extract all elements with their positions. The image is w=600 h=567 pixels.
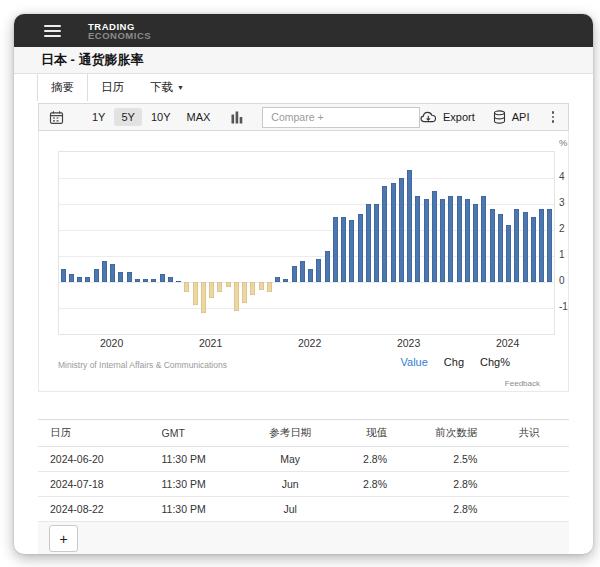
bar-2020-02[interactable] <box>118 272 123 282</box>
bar-2021-09[interactable] <box>275 277 280 282</box>
tab-summary[interactable]: 摘要 <box>37 74 88 101</box>
bar-2023-09[interactable] <box>473 204 478 282</box>
table-cell: 2.8% <box>399 497 489 522</box>
chart-link-chg[interactable]: Chg <box>444 356 464 368</box>
chart-link-value[interactable]: Value <box>401 356 428 368</box>
bar-2022-02[interactable] <box>316 259 321 282</box>
chart-plot-area[interactable] <box>58 151 555 335</box>
bar-2021-01[interactable] <box>209 282 214 298</box>
bar-2023-10[interactable] <box>481 196 486 282</box>
bar-2019-07[interactable] <box>61 269 66 282</box>
add-row-button[interactable]: + <box>49 525 78 552</box>
table-cell: 2.8% <box>330 447 399 472</box>
bar-2021-07[interactable] <box>259 282 264 290</box>
bar-2019-11[interactable] <box>94 269 99 282</box>
bar-2023-07[interactable] <box>457 196 462 282</box>
chart-link-chgpct[interactable]: Chg% <box>480 356 510 368</box>
bar-2021-10[interactable] <box>283 279 288 282</box>
bar-2021-04[interactable] <box>234 282 239 311</box>
chart-toolbar: 1Y5Y10YMAX Export <box>38 103 569 131</box>
table-cell <box>330 497 399 522</box>
range-button-5y[interactable]: 5Y <box>114 108 141 126</box>
bar-2022-08[interactable] <box>366 204 371 282</box>
bar-2022-05[interactable] <box>341 217 346 282</box>
range-button-1y[interactable]: 1Y <box>85 108 112 126</box>
gridline-2 <box>59 230 554 231</box>
tab-calendar[interactable]: 日历 <box>88 74 137 101</box>
bar-2021-06[interactable] <box>250 282 255 295</box>
bar-2021-11[interactable] <box>292 266 297 282</box>
table-row[interactable]: 2024-08-2211:30 PMJul2.8% <box>38 497 569 522</box>
trading-economics-logo[interactable]: TRADING ECONOMICS <box>88 22 151 40</box>
api-button[interactable]: API <box>493 110 530 124</box>
gridline--1 <box>59 308 554 309</box>
bar-2022-01[interactable] <box>308 269 313 282</box>
table-header-2: 参考日期 <box>250 420 330 447</box>
bar-2023-04[interactable] <box>432 191 437 282</box>
bar-2019-10[interactable] <box>85 277 90 282</box>
bar-2024-03[interactable] <box>523 212 528 282</box>
compare-input[interactable] <box>262 107 420 128</box>
bar-2020-11[interactable] <box>193 282 198 305</box>
bar-2024-06[interactable] <box>547 209 552 282</box>
bar-2020-07[interactable] <box>160 274 165 282</box>
bar-2021-08[interactable] <box>267 282 272 292</box>
calendar-icon[interactable] <box>49 110 64 125</box>
table-cell: 2024-07-18 <box>38 472 150 497</box>
table-cell: Jun <box>250 472 330 497</box>
bar-2021-05[interactable] <box>242 282 247 303</box>
bar-2023-02[interactable] <box>415 196 420 282</box>
table-header-0: 日历 <box>38 420 150 447</box>
bar-2020-06[interactable] <box>151 279 156 282</box>
bar-2019-08[interactable] <box>69 274 74 282</box>
range-buttons: 1Y5Y10YMAX <box>84 108 218 126</box>
bar-2024-04[interactable] <box>531 217 536 282</box>
bar-2020-03[interactable] <box>127 272 132 282</box>
bar-2020-08[interactable] <box>168 277 173 282</box>
bar-2021-03[interactable] <box>226 282 231 287</box>
bar-2023-12[interactable] <box>498 214 503 282</box>
bar-2023-08[interactable] <box>465 199 470 282</box>
range-button-10y[interactable]: 10Y <box>144 108 178 126</box>
bar-2020-12[interactable] <box>201 282 206 313</box>
bar-2022-07[interactable] <box>358 214 363 282</box>
bar-2023-03[interactable] <box>424 199 429 282</box>
bar-2024-01[interactable] <box>506 225 511 282</box>
feedback-link[interactable]: Feedback <box>505 379 540 388</box>
bar-2022-10[interactable] <box>382 186 387 282</box>
bar-2022-12[interactable] <box>399 178 404 282</box>
range-button-max[interactable]: MAX <box>180 108 218 126</box>
bar-2021-02[interactable] <box>217 282 222 292</box>
chart-type-icon[interactable] <box>231 111 243 124</box>
y-axis-tick-label: 2 <box>559 223 565 235</box>
bar-2022-06[interactable] <box>349 220 354 282</box>
bar-2024-02[interactable] <box>514 209 519 282</box>
more-options-icon[interactable] <box>548 109 559 125</box>
bar-2020-09[interactable] <box>176 281 181 282</box>
table-row[interactable]: 2024-06-2011:30 PMMay2.8%2.5% <box>38 447 569 472</box>
bar-2022-11[interactable] <box>391 183 396 282</box>
bar-2023-06[interactable] <box>448 196 453 282</box>
bar-2019-12[interactable] <box>102 261 107 282</box>
export-button[interactable]: Export <box>420 111 475 124</box>
table-header-1: GMT <box>150 420 251 447</box>
bar-2022-04[interactable] <box>333 217 338 282</box>
bar-2024-05[interactable] <box>539 209 544 282</box>
bar-2022-09[interactable] <box>374 204 379 282</box>
bar-2022-03[interactable] <box>325 251 330 282</box>
bar-2021-12[interactable] <box>300 261 305 282</box>
export-label: Export <box>443 111 475 123</box>
bar-2019-09[interactable] <box>77 277 82 282</box>
logo-line-2: ECONOMICS <box>88 31 151 40</box>
bar-2020-05[interactable] <box>143 279 148 282</box>
hamburger-menu-icon[interactable] <box>44 22 61 40</box>
bar-2023-11[interactable] <box>490 209 495 282</box>
table-row[interactable]: 2024-07-1811:30 PMJun2.8%2.8% <box>38 472 569 497</box>
x-axis-tick-label-2022: 2022 <box>298 337 321 349</box>
bar-2023-01[interactable] <box>407 170 412 282</box>
bar-2023-05[interactable] <box>440 199 445 282</box>
bar-2020-10[interactable] <box>184 282 189 292</box>
tab-download[interactable]: 下载▼ <box>137 74 197 101</box>
bar-2020-04[interactable] <box>135 279 140 282</box>
bar-2020-01[interactable] <box>110 264 115 282</box>
